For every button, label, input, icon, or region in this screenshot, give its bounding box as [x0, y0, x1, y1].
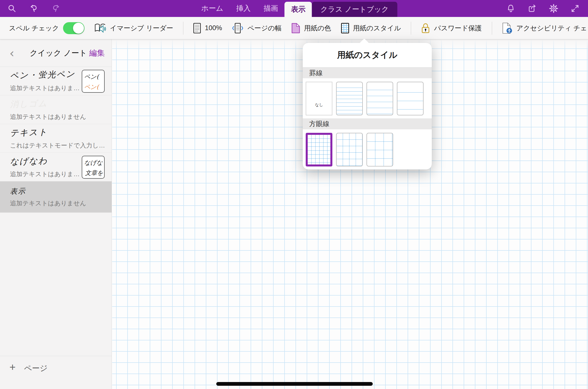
thumbnail-ink: ペン(: [84, 72, 103, 82]
paper-style-label: 用紙のスタイル: [353, 24, 401, 33]
spell-check-group: スペル チェック: [9, 22, 84, 34]
titlebar-left-group: [0, 4, 60, 13]
view-ribbon: スペル チェック イマーシブ リーダー 100%: [0, 17, 588, 39]
undo-icon[interactable]: [29, 4, 38, 13]
page-item-eraser[interactable]: 消しゴム 追加テキストはありません: [0, 95, 112, 124]
page-item-view-selected[interactable]: 表示 追加テキストはありません: [0, 181, 112, 213]
toolbar-divider: [411, 22, 411, 35]
zoom-button[interactable]: 100%: [193, 23, 222, 33]
spell-check-label: スペル チェック: [9, 24, 59, 33]
edit-button[interactable]: 編集: [89, 48, 105, 58]
page-width-icon: [232, 23, 243, 33]
expand-icon[interactable]: [571, 4, 580, 13]
paper-style-option-grid-medium[interactable]: [336, 133, 363, 166]
section-label: 方眼線: [309, 119, 329, 128]
onenote-app: ホーム 挿入 描画 表示 クラス ノートブック: [0, 0, 588, 389]
home-indicator-bar[interactable]: [216, 382, 373, 386]
immersive-reader-label: イマーシブ リーダー: [110, 24, 173, 33]
page-width-label: ページの幅: [247, 24, 282, 33]
page-subtitle: 追加テキストはありません: [10, 199, 112, 207]
page-item-pen[interactable]: ペン・蛍光ペン 追加テキストはありま… ペン( ペン(: [0, 67, 112, 95]
lock-icon: [421, 23, 430, 33]
page-width-button[interactable]: ページの幅: [232, 23, 282, 33]
spell-check-toggle[interactable]: [63, 22, 84, 34]
tab-class-notebook[interactable]: クラス ノートブック: [312, 2, 397, 17]
titlebar: ホーム 挿入 描画 表示 クラス ノートブック: [0, 0, 588, 17]
paper-color-label: 用紙の色: [304, 24, 331, 33]
section-label: 罫線: [309, 69, 323, 78]
paper-style-popover: 用紙のスタイル 罫線 なし 方眼線: [303, 43, 432, 169]
none-label: なし: [306, 102, 332, 108]
plus-icon: +: [9, 363, 16, 372]
notifications-icon[interactable]: [506, 4, 515, 13]
paper-color-button[interactable]: 用紙の色: [292, 23, 331, 33]
page-item-text[interactable]: テキスト これはテキストモードで入力し…: [0, 124, 112, 153]
add-page-label: ページ: [24, 363, 48, 374]
toolbar-divider: [492, 22, 492, 35]
paper-style-button[interactable]: 用紙のスタイル: [341, 23, 401, 33]
paper-style-option-none[interactable]: なし: [306, 82, 332, 115]
tab-home[interactable]: ホーム: [195, 0, 230, 17]
back-chevron-icon[interactable]: ‹: [9, 47, 14, 59]
page-subtitle: 追加テキストはありません: [10, 113, 112, 121]
search-icon[interactable]: [7, 4, 16, 13]
paper-style-option-grid-large[interactable]: [367, 133, 393, 166]
toolbar-divider: [183, 22, 183, 35]
paper-style-option-ruled-narrow[interactable]: [336, 82, 363, 115]
toggle-knob: [73, 23, 84, 34]
page-title: テキスト: [10, 125, 112, 139]
immersive-reader-icon: [94, 23, 106, 33]
paper-style-option-ruled-medium[interactable]: [367, 82, 393, 115]
thumbnail-ink: ペン(: [84, 82, 103, 92]
section-grid-lines: 方眼線: [303, 118, 432, 129]
paper-style-option-grid-small-selected[interactable]: [306, 133, 332, 166]
paper-style-option-ruled-wide[interactable]: [397, 82, 424, 115]
titlebar-right-group: [506, 4, 588, 13]
ribbon-tabs: ホーム 挿入 描画 表示 クラス ノートブック: [195, 0, 397, 17]
page-list-sidebar: ‹ クイック ノート 編集 ペン・蛍光ペン 追加テキストはありま… ペン( ペン…: [0, 39, 112, 389]
sidebar-header: ‹ クイック ノート 編集: [0, 39, 112, 67]
redo-icon[interactable]: [51, 4, 60, 13]
settings-icon[interactable]: [549, 4, 558, 13]
paper-style-icon: [341, 23, 349, 33]
tab-insert[interactable]: 挿入: [230, 0, 257, 17]
page-title: 表示: [10, 184, 112, 197]
zoom-value: 100%: [205, 24, 222, 32]
tab-view[interactable]: 表示: [285, 2, 312, 17]
accessibility-check-icon: [502, 22, 513, 34]
add-page-button[interactable]: + ページ: [0, 356, 112, 389]
password-protect-label: パスワード保護: [434, 24, 482, 33]
section-ruled-lines: 罫線: [303, 67, 432, 78]
page-thumbnail: ペン( ペン(: [82, 70, 105, 93]
notebook-title: クイック ノート: [30, 48, 87, 58]
page-title: 消しゴム: [10, 96, 112, 110]
ruled-options-row: なし: [303, 78, 432, 118]
password-protect-button[interactable]: パスワード保護: [421, 23, 482, 33]
thumbnail-ink: 文章を: [84, 168, 103, 178]
grid-options-row: [303, 129, 432, 169]
thumbnail-ink: なげな: [84, 158, 103, 168]
immersive-reader-button[interactable]: イマーシブ リーダー: [94, 23, 173, 33]
page-subtitle: これはテキストモードで入力し…: [10, 141, 112, 150]
tab-draw[interactable]: 描画: [257, 0, 285, 17]
paper-color-icon: [292, 23, 300, 33]
page-thumbnail: なげな 文章を: [82, 156, 105, 179]
accessibility-check-label: アクセシビリティ チェック: [516, 24, 588, 33]
popover-title: 用紙のスタイル: [303, 43, 432, 67]
page-item-lasso[interactable]: なげなわ 追加テキストはありま… なげな 文章を: [0, 153, 112, 181]
accessibility-check-button[interactable]: アクセシビリティ チェック: [502, 22, 588, 34]
zoom-page-icon: [193, 23, 201, 33]
share-icon[interactable]: [528, 4, 537, 13]
